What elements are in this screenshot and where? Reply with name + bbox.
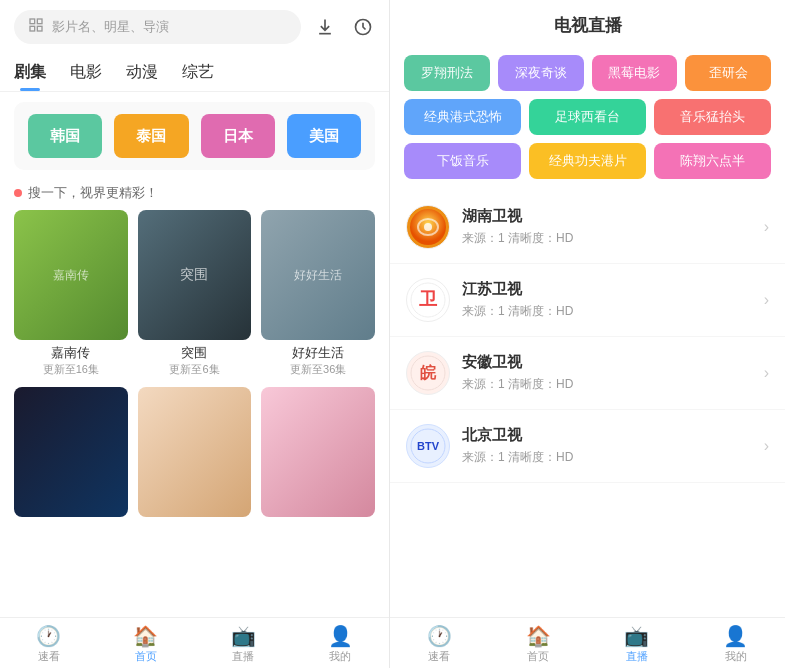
search-placeholder: 影片名、明星、导演 (52, 18, 169, 36)
search-actions (313, 15, 375, 39)
history-button[interactable] (351, 15, 375, 39)
left-nav-quick[interactable]: 🕐 速看 (0, 626, 97, 664)
tag-music[interactable]: 音乐猛抬头 (654, 99, 771, 135)
tab-movie[interactable]: 电影 (70, 54, 102, 91)
right-header: 电视直播 (390, 0, 785, 47)
right-nav-home[interactable]: 🏠 首页 (489, 626, 588, 664)
search-input-wrap[interactable]: 影片名、明星、导演 (14, 10, 301, 44)
tv-icon-right: 📺 (624, 626, 649, 646)
user-icon-right: 👤 (723, 626, 748, 646)
card-4[interactable] (14, 387, 128, 521)
left-nav-mine[interactable]: 👤 我的 (292, 626, 389, 664)
channel-anhui-name: 安徽卫视 (462, 353, 752, 372)
tags-row-3: 下饭音乐 经典功夫港片 陈翔六点半 (404, 143, 771, 179)
channel-beijing-info: 北京卫视 来源：1 清晰度：HD (462, 426, 752, 466)
card-title-jianan: 嘉南传 (14, 344, 128, 362)
card-subtitle-jianan: 更新至16集 (14, 362, 128, 377)
tags-row-2: 经典港式恐怖 足球西看台 音乐猛抬头 (404, 99, 771, 135)
channel-hunan-name: 湖南卫视 (462, 207, 752, 226)
logo-jiangsu: 卫 (406, 278, 450, 322)
tag-usa[interactable]: 美国 (287, 114, 361, 158)
channel-jiangsu[interactable]: 卫 江苏卫视 来源：1 清晰度：HD › (390, 264, 785, 337)
channel-beijing[interactable]: BTV 北京卫视 来源：1 清晰度：HD › (390, 410, 785, 483)
user-icon: 👤 (328, 626, 353, 646)
tag-blackberry[interactable]: 黑莓电影 (592, 55, 678, 91)
svg-text:BTV: BTV (417, 440, 440, 452)
tags-row-1: 罗翔刑法 深夜奇谈 黑莓电影 歪研会 (404, 55, 771, 91)
country-section: 韩国 泰国 日本 美国 (14, 102, 375, 170)
channel-hunan-meta: 来源：1 清晰度：HD (462, 230, 752, 247)
right-nav-quick[interactable]: 🕐 速看 (390, 626, 489, 664)
tab-drama[interactable]: 剧集 (14, 54, 46, 91)
channel-beijing-name: 北京卫视 (462, 426, 752, 445)
clock-icon: 🕐 (36, 626, 61, 646)
channel-jiangsu-meta: 来源：1 清晰度：HD (462, 303, 752, 320)
clock-icon-right: 🕐 (427, 626, 452, 646)
svg-rect-1 (37, 19, 42, 24)
tag-kungfu[interactable]: 经典功夫港片 (529, 143, 646, 179)
svg-rect-0 (30, 19, 35, 24)
svg-text:皖: 皖 (420, 363, 437, 381)
card-title-haohao: 好好生活 (261, 344, 375, 362)
card-title-tuwei: 突围 (138, 344, 252, 362)
left-panel: 影片名、明星、导演 剧集 电影 动漫 (0, 0, 390, 668)
channel-hunan[interactable]: 湖南卫视 来源：1 清晰度：HD › (390, 191, 785, 264)
tag-soccer[interactable]: 足球西看台 (529, 99, 646, 135)
tag-hk-horror[interactable]: 经典港式恐怖 (404, 99, 521, 135)
left-nav-live[interactable]: 📺 直播 (195, 626, 292, 664)
tag-korea[interactable]: 韩国 (28, 114, 102, 158)
channel-anhui-meta: 来源：1 清晰度：HD (462, 376, 752, 393)
svg-rect-2 (30, 26, 35, 31)
chevron-beijing: › (764, 437, 769, 455)
tag-japan[interactable]: 日本 (201, 114, 275, 158)
tag-thailand[interactable]: 泰国 (114, 114, 188, 158)
tabs: 剧集 电影 动漫 综艺 (0, 54, 389, 92)
tag-luoxiang[interactable]: 罗翔刑法 (404, 55, 490, 91)
logo-beijing: BTV (406, 424, 450, 468)
search-bar: 影片名、明星、导演 (0, 0, 389, 54)
home-icon: 🏠 (133, 626, 158, 646)
card-subtitle-haohao: 更新至36集 (261, 362, 375, 377)
chevron-hunan: › (764, 218, 769, 236)
logo-anhui: 皖 (406, 351, 450, 395)
card-tuwei[interactable]: 突围 突围 更新至6集 (138, 210, 252, 377)
right-nav-live[interactable]: 📺 直播 (588, 626, 687, 664)
card-subtitle-tuwei: 更新至6集 (138, 362, 252, 377)
download-button[interactable] (313, 15, 337, 39)
tip-dot (14, 189, 22, 197)
logo-hunan (406, 205, 450, 249)
card-6[interactable] (261, 387, 375, 521)
channel-jiangsu-info: 江苏卫视 来源：1 清晰度：HD (462, 280, 752, 320)
tag-waiyanhui[interactable]: 歪研会 (685, 55, 771, 91)
scan-icon (28, 17, 44, 37)
chevron-anhui: › (764, 364, 769, 382)
tv-icon: 📺 (231, 626, 256, 646)
channel-beijing-meta: 来源：1 清晰度：HD (462, 449, 752, 466)
card-haohao[interactable]: 好好生活 好好生活 更新至36集 (261, 210, 375, 377)
chevron-jiangsu: › (764, 291, 769, 309)
tag-meal-music[interactable]: 下饭音乐 (404, 143, 521, 179)
tag-chenxiang[interactable]: 陈翔六点半 (654, 143, 771, 179)
channel-list: 湖南卫视 来源：1 清晰度：HD › 卫 江苏卫视 来源：1 清晰度：HD › (390, 183, 785, 617)
svg-text:卫: 卫 (419, 289, 438, 309)
tab-variety[interactable]: 综艺 (182, 54, 214, 91)
card-5[interactable] (138, 387, 252, 521)
svg-rect-3 (37, 26, 42, 31)
home-icon-right: 🏠 (526, 626, 551, 646)
tag-shenye[interactable]: 深夜奇谈 (498, 55, 584, 91)
right-bottom-nav: 🕐 速看 🏠 首页 📺 直播 👤 我的 (390, 617, 785, 668)
right-panel: 电视直播 罗翔刑法 深夜奇谈 黑莓电影 歪研会 经典港式恐怖 足球西看台 (390, 0, 785, 668)
tab-anime[interactable]: 动漫 (126, 54, 158, 91)
channel-jiangsu-name: 江苏卫视 (462, 280, 752, 299)
channel-anhui[interactable]: 皖 安徽卫视 来源：1 清晰度：HD › (390, 337, 785, 410)
content-grid: 嘉南传 嘉南传 更新至16集 突围 突围 更新至6集 好好生活 好好生活 更新至… (0, 210, 389, 521)
left-bottom-nav: 🕐 速看 🏠 首页 📺 直播 👤 我的 (0, 617, 389, 668)
tags-section: 罗翔刑法 深夜奇谈 黑莓电影 歪研会 经典港式恐怖 足球西看台 音乐猛抬头 (390, 47, 785, 183)
country-tags: 韩国 泰国 日本 美国 (28, 114, 361, 158)
svg-point-7 (424, 223, 432, 231)
channel-hunan-info: 湖南卫视 来源：1 清晰度：HD (462, 207, 752, 247)
right-nav-mine[interactable]: 👤 我的 (686, 626, 785, 664)
channel-anhui-info: 安徽卫视 来源：1 清晰度：HD (462, 353, 752, 393)
left-nav-home[interactable]: 🏠 首页 (97, 626, 194, 664)
card-jianan[interactable]: 嘉南传 嘉南传 更新至16集 (14, 210, 128, 377)
